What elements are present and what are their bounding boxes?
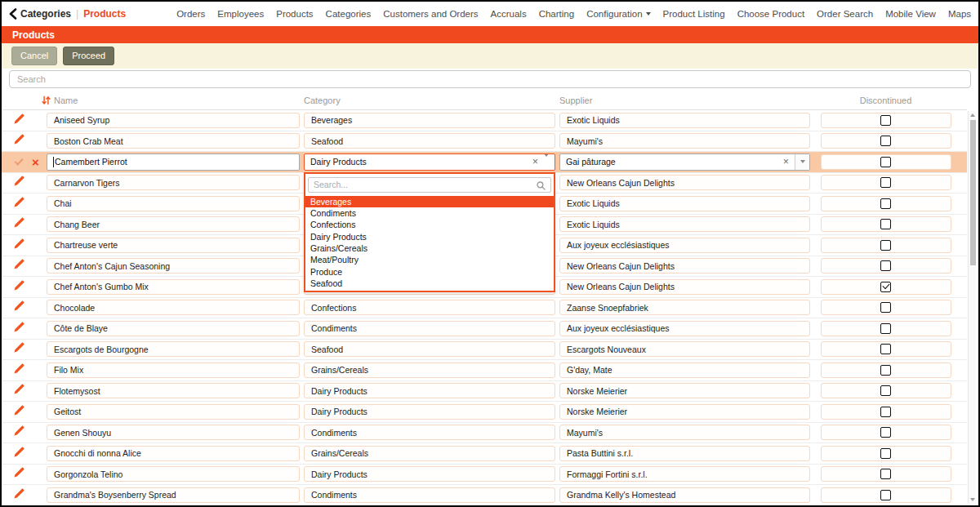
supplier-select[interactable]: Gai pâturage× (559, 153, 810, 171)
supplier-value[interactable]: Exotic Liquids (559, 196, 810, 211)
nav-item-employees[interactable]: Employees (217, 9, 264, 19)
column-label-discontinued[interactable]: Discontinued (860, 96, 912, 105)
category-value[interactable]: Condiments (304, 321, 555, 336)
proceed-button[interactable]: Proceed (63, 47, 114, 65)
category-value[interactable]: Dairy Products (304, 466, 555, 482)
discontinued-checkbox[interactable] (880, 490, 891, 500)
supplier-value[interactable]: G'day, Mate (559, 362, 810, 378)
scroll-up-icon[interactable] (970, 113, 975, 117)
search-input[interactable] (9, 70, 971, 88)
category-value[interactable]: Seafood (304, 341, 555, 357)
nav-item-charting[interactable]: Charting (539, 9, 574, 19)
discontinued-checkbox[interactable] (880, 177, 891, 188)
dropdown-item-produce[interactable]: Produce (305, 266, 554, 278)
clear-icon[interactable]: × (777, 157, 795, 167)
dropdown-toggle[interactable] (795, 154, 809, 170)
dropdown-item-seafood[interactable]: Seafood (305, 278, 554, 289)
product-name-value[interactable]: Gorgonzola Telino (47, 466, 300, 482)
product-name-value[interactable]: Chocolade (47, 300, 300, 315)
category-value[interactable]: Grains/Cereals (304, 446, 555, 461)
discontinued-checkbox[interactable] (880, 198, 891, 209)
edit-pencil-icon[interactable] (13, 133, 25, 145)
confirm-edit-icon[interactable] (14, 156, 23, 165)
nav-item-mobile-view[interactable]: Mobile View (885, 9, 936, 19)
supplier-value[interactable]: New Orleans Cajun Delights (559, 258, 810, 274)
product-name-value[interactable]: Chef Anton's Cajun Seasoning (47, 258, 300, 274)
grid-header-discontinued[interactable]: Discontinued (814, 96, 957, 105)
category-value[interactable]: Condiments (304, 425, 555, 440)
dropdown-item-dairy-products[interactable]: Dairy Products (305, 231, 554, 242)
dropdown-toggle[interactable] (544, 157, 555, 167)
category-value[interactable]: Confections (304, 300, 555, 315)
edit-pencil-icon[interactable] (13, 466, 25, 478)
category-value[interactable]: Seafood (304, 133, 555, 149)
edit-pencil-icon[interactable] (13, 487, 25, 500)
edit-pencil-icon[interactable] (13, 258, 25, 270)
supplier-value[interactable]: Exotic Liquids (559, 216, 810, 232)
dropdown-item-meat-poultry[interactable]: Meat/Poultry (305, 254, 554, 265)
product-name-value[interactable]: Aniseed Syrup (47, 113, 300, 128)
supplier-value[interactable]: New Orleans Cajun Delights (559, 175, 810, 190)
edit-pencil-icon[interactable] (13, 196, 25, 208)
product-name-value[interactable]: Filo Mix (47, 362, 300, 378)
discontinued-checkbox[interactable] (880, 282, 891, 292)
product-name-value[interactable]: Geitost (47, 404, 300, 420)
supplier-value[interactable]: Mayumi's (559, 425, 810, 440)
clear-icon[interactable]: × (527, 157, 544, 167)
dropdown-item-beverages[interactable]: Beverages (305, 196, 554, 207)
discontinued-checkbox[interactable] (880, 385, 891, 396)
nav-item-customers-and-orders[interactable]: Customers and Orders (383, 9, 478, 19)
edit-pencil-icon[interactable] (13, 383, 25, 395)
cancel-button[interactable]: Cancel (11, 47, 57, 65)
discontinued-checkbox[interactable] (880, 115, 891, 126)
product-name-value[interactable]: Genen Shouyu (47, 425, 300, 440)
discontinued-checkbox[interactable] (880, 427, 891, 438)
nav-item-categories[interactable]: Categories (326, 9, 372, 19)
edit-pencil-icon[interactable] (13, 300, 25, 312)
discontinued-checkbox[interactable] (880, 323, 891, 334)
product-name-value[interactable]: Grandma's Boysenberry Spread (47, 487, 300, 503)
nav-item-accruals[interactable]: Accruals (491, 9, 527, 19)
product-name-value[interactable]: Gnocchi di nonna Alice (47, 446, 300, 461)
scrollbar-thumb[interactable] (970, 120, 976, 265)
edit-pencil-icon[interactable] (13, 446, 25, 458)
discontinued-checkbox[interactable] (880, 469, 891, 479)
cancel-edit-icon[interactable]: × (32, 156, 39, 168)
dropdown-item-grains-cereals[interactable]: Grains/Cereals (305, 242, 554, 254)
discontinued-checkbox[interactable] (880, 344, 891, 354)
supplier-value[interactable]: Formaggi Fortini s.r.l. (559, 466, 810, 482)
grid-header-category[interactable]: Category (304, 96, 559, 105)
discontinued-checkbox[interactable] (880, 365, 891, 376)
supplier-value[interactable]: New Orleans Cajun Delights (559, 279, 810, 295)
edit-pencil-icon[interactable] (13, 216, 25, 229)
edit-pencil-icon[interactable] (13, 113, 25, 125)
category-value[interactable]: Grains/Cereals (304, 362, 555, 378)
supplier-value[interactable]: Pasta Buttini s.r.l. (559, 446, 810, 461)
product-name-value[interactable]: Chef Anton's Gumbo Mix (47, 279, 300, 295)
category-select[interactable]: Dairy Products× (304, 153, 555, 171)
discontinued-checkbox[interactable] (880, 407, 891, 417)
supplier-value[interactable]: Aux joyeux ecclésiastiques (559, 238, 810, 253)
nav-item-maps[interactable]: Maps (948, 9, 971, 19)
discontinued-checkbox[interactable] (880, 448, 891, 459)
supplier-value[interactable]: Norske Meierier (559, 404, 810, 420)
discontinued-checkbox[interactable] (880, 240, 891, 251)
product-name-value[interactable]: Chang Beer (47, 216, 300, 232)
nav-item-configuration[interactable]: Configuration (586, 9, 650, 19)
nav-item-products[interactable]: Products (276, 9, 313, 19)
discontinued-checkbox[interactable] (880, 157, 891, 167)
column-label-name[interactable]: Name (54, 96, 78, 105)
supplier-value[interactable]: Norske Meierier (559, 383, 810, 398)
nav-item-choose-product[interactable]: Choose Product (737, 9, 804, 19)
product-name-value[interactable]: Boston Crab Meat (47, 133, 300, 149)
nav-item-orders[interactable]: Orders (176, 9, 205, 19)
breadcrumb-parent[interactable]: Categories (20, 8, 71, 20)
nav-item-order-search[interactable]: Order Search (817, 9, 873, 19)
grid-header-supplier[interactable]: Supplier (559, 96, 814, 105)
nav-item-product-listing[interactable]: Product Listing (663, 9, 725, 19)
supplier-value[interactable]: Exotic Liquids (559, 113, 810, 128)
grid-header-name[interactable]: Name (47, 96, 304, 105)
edit-pencil-icon[interactable] (13, 341, 25, 354)
dropdown-item-confections[interactable]: Confections (305, 219, 554, 230)
edit-pencil-icon[interactable] (13, 279, 25, 291)
